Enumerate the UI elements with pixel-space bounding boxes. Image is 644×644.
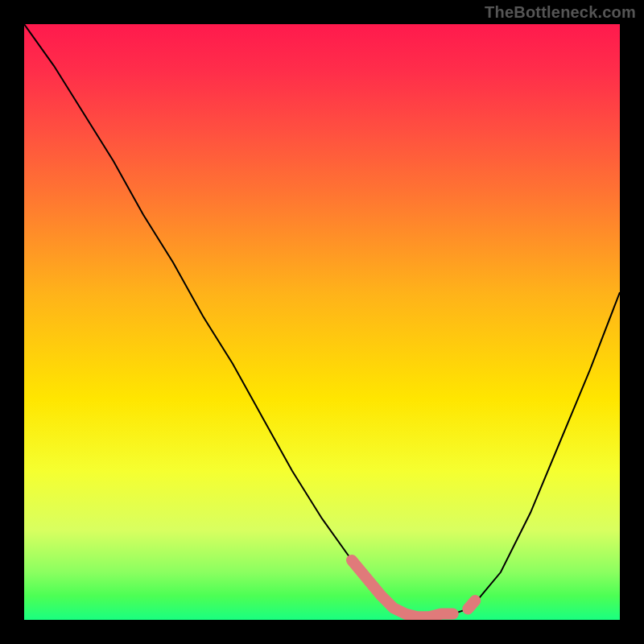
watermark-text: TheBottleneck.com [485, 3, 636, 22]
curve-line [24, 24, 620, 617]
plot-area [24, 24, 620, 620]
highlight-band [352, 560, 453, 617]
bottleneck-curve [24, 24, 620, 620]
highlight-band-2 [468, 601, 475, 609]
chart-frame: TheBottleneck.com [0, 0, 644, 644]
